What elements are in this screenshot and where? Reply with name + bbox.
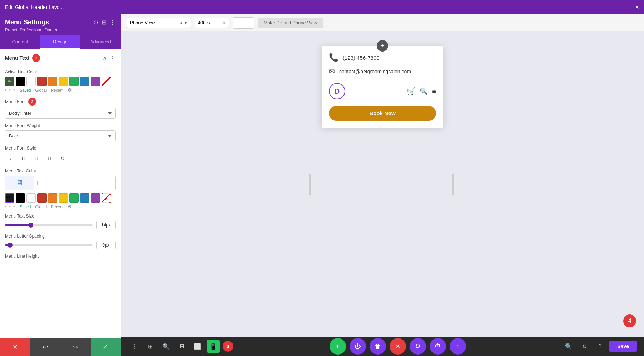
cancel-button[interactable]: ✕ xyxy=(0,338,30,356)
gear-icon-2[interactable]: ⚙ xyxy=(68,204,72,209)
resize-handle-left[interactable] xyxy=(309,174,311,195)
text-color-input-row: 🖥 | xyxy=(5,176,116,190)
menu-letter-spacing-label: Menu Letter Spacing xyxy=(5,234,116,239)
dots-2[interactable]: • • • xyxy=(5,204,15,209)
saved-global-row-1: • • • Saved Global Recent ⚙ xyxy=(5,87,116,93)
redo-button[interactable]: ↪ xyxy=(60,338,91,356)
add-circle-btn[interactable]: + xyxy=(330,338,346,355)
plus-btn[interactable]: + xyxy=(377,40,388,52)
bt-refresh-right[interactable]: ↻ xyxy=(578,340,591,353)
global-label-2[interactable]: Global xyxy=(35,205,47,209)
text-size-slider[interactable] xyxy=(5,224,93,226)
section-badge-1: 1 xyxy=(32,54,40,62)
swatch-none-1[interactable] xyxy=(102,77,111,86)
bottom-left-btns: ⋮ ⊞ 🔍 🖥 ⬜ 📱 3 xyxy=(128,340,233,353)
recent-label-2[interactable]: Recent xyxy=(51,205,63,209)
italic-btn[interactable]: I xyxy=(5,153,16,164)
recent-label-1[interactable]: Recent xyxy=(51,88,63,92)
bt-phone-btn[interactable]: 📱 xyxy=(207,340,220,353)
swatch-green-1[interactable] xyxy=(69,77,79,86)
saved-label-1: Saved xyxy=(20,88,31,92)
eyedropper-btn-2[interactable]: ✏ xyxy=(5,193,14,203)
swatch-purple-2[interactable] xyxy=(91,193,100,203)
swatch-black-2[interactable] xyxy=(16,193,25,203)
section-more-icon[interactable]: ⋮ xyxy=(110,55,116,62)
swatch-blue-1[interactable] xyxy=(80,77,89,86)
strikethrough-btn[interactable]: S xyxy=(57,153,68,164)
menu-font-field: Menu Font 2 Body: Inter xyxy=(5,98,116,119)
collapse-icon[interactable]: ∧ xyxy=(103,55,107,62)
menu-font-weight-select[interactable]: Bold Normal Light xyxy=(5,130,116,141)
text-color-right[interactable]: | xyxy=(34,176,115,190)
menu-font-style-field: Menu Font Style I TT Tt U S xyxy=(5,146,116,164)
bt-search-btn[interactable]: 🔍 xyxy=(160,340,172,353)
panel-header: Menu Settings ⊙ ⊞ ⋮ Preset: Professional… xyxy=(0,14,121,35)
view-select-wrap: Phone View ▲▼ xyxy=(126,18,191,28)
underline-btn[interactable]: U xyxy=(44,153,55,164)
search-icon-preview[interactable]: 🔍 xyxy=(420,87,428,95)
section-badge-2: 2 xyxy=(28,98,36,106)
uppercase-btn[interactable]: TT xyxy=(18,153,29,164)
swatch-purple-1[interactable] xyxy=(91,77,100,86)
active-link-color-field: Active Link Color ✏ • • • Saved Gl xyxy=(5,69,116,93)
letter-spacing-value[interactable] xyxy=(96,241,116,249)
menu-font-select[interactable]: Body: Inter xyxy=(5,108,116,119)
settings-circle-btn[interactable]: ⚙ xyxy=(410,338,426,355)
delete-circle-btn[interactable]: 🗑 xyxy=(370,338,386,355)
tab-content[interactable]: Content xyxy=(0,35,40,49)
swatch-yellow-1[interactable] xyxy=(59,77,68,86)
swatch-black-1[interactable] xyxy=(16,77,25,86)
make-default-btn[interactable]: Make Default Phone View xyxy=(258,18,323,28)
undo-button[interactable]: ↩ xyxy=(30,338,60,356)
preset-label: Preset: Professional Dark xyxy=(5,28,54,33)
power-circle-btn[interactable]: ⏻ xyxy=(350,338,366,355)
close-circle-btn[interactable]: ✕ xyxy=(390,338,406,355)
tab-design[interactable]: Design xyxy=(40,35,80,49)
swatch-red-2[interactable] xyxy=(37,193,47,203)
cart-icon[interactable]: 🛒 xyxy=(406,87,415,96)
history-circle-btn[interactable]: ⏱ xyxy=(430,338,446,355)
swatch-yellow-2[interactable] xyxy=(59,193,68,203)
columns-icon[interactable]: ⊞ xyxy=(102,19,106,26)
text-size-value[interactable] xyxy=(96,221,116,229)
swatch-orange-1[interactable] xyxy=(48,77,57,86)
menu-icon-preview[interactable]: ≡ xyxy=(432,87,436,96)
bt-tablet-btn[interactable]: ⬜ xyxy=(191,340,204,353)
swatch-white-1[interactable] xyxy=(26,77,36,86)
bt-help-right[interactable]: ? xyxy=(594,340,606,353)
color-swatches-1: ✏ xyxy=(5,77,116,86)
global-label-1[interactable]: Global xyxy=(35,88,47,92)
bt-grid-btn[interactable]: ⊞ xyxy=(144,340,157,353)
save-button[interactable]: Save xyxy=(609,341,637,352)
confirm-button[interactable]: ✓ xyxy=(91,338,121,356)
right-area: Phone View ▲▼ × Make Default Phone View … xyxy=(121,14,644,356)
preset-row[interactable]: Preset: Professional Dark ▾ xyxy=(5,28,116,33)
swatch-white-2[interactable] xyxy=(26,193,36,203)
gear-icon-1[interactable]: ⚙ xyxy=(68,87,72,93)
book-now-btn[interactable]: Book Now xyxy=(329,106,436,121)
px-close-btn[interactable]: × xyxy=(220,19,229,27)
target-icon[interactable]: ⊙ xyxy=(93,19,98,26)
tab-advanced[interactable]: Advanced xyxy=(80,35,121,49)
letter-spacing-slider[interactable] xyxy=(5,244,93,246)
panel-title: Menu Settings xyxy=(5,19,49,26)
swatch-red-1[interactable] xyxy=(37,77,47,86)
bt-dots-btn[interactable]: ⋮ xyxy=(128,340,141,353)
swatch-blue-2[interactable] xyxy=(80,193,89,203)
dots-1[interactable]: • • • xyxy=(5,88,15,93)
left-panel: Menu Settings ⊙ ⊞ ⋮ Preset: Professional… xyxy=(0,14,121,356)
sort-circle-btn[interactable]: ↕ xyxy=(450,338,466,355)
panel-dots-icon[interactable]: ⋮ xyxy=(110,19,116,26)
capitalize-btn[interactable]: Tt xyxy=(31,153,42,164)
bt-desktop-btn[interactable]: 🖥 xyxy=(175,340,188,353)
px-input[interactable] xyxy=(195,18,220,28)
swatch-orange-2[interactable] xyxy=(48,193,57,203)
close-button[interactable]: × xyxy=(635,4,639,11)
swatch-green-2[interactable] xyxy=(69,193,79,203)
view-select[interactable]: Phone View xyxy=(126,18,176,28)
eyedropper-btn-1[interactable]: ✏ xyxy=(5,77,14,86)
bt-search-right[interactable]: 🔍 xyxy=(562,340,575,353)
preview-phone-num: (123) 456-7890 xyxy=(343,55,380,61)
swatch-none-2[interactable] xyxy=(102,193,111,203)
resize-handle-right[interactable] xyxy=(452,174,454,195)
